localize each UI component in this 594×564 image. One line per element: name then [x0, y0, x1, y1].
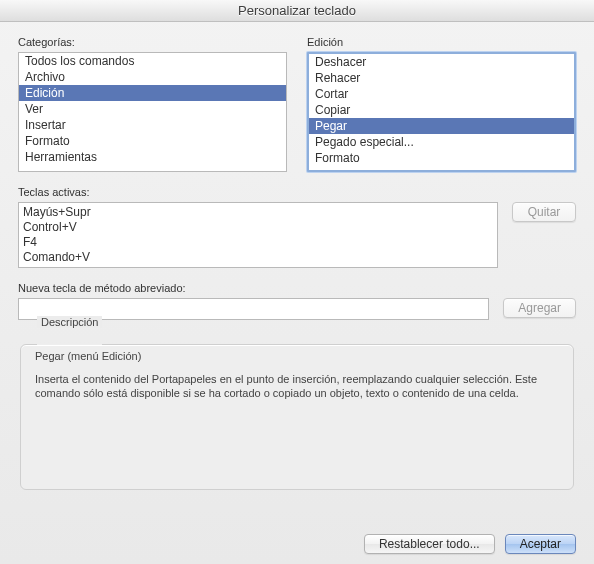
new-shortcut-label: Nueva tecla de método abreviado:	[18, 282, 576, 294]
commands-label: Edición	[307, 36, 576, 48]
command-item[interactable]: Cortar	[309, 86, 574, 102]
category-item[interactable]: Edición	[19, 85, 286, 101]
category-item[interactable]: Ver	[19, 101, 286, 117]
commands-listbox[interactable]: DeshacerRehacerCortarCopiarPegarPegado e…	[307, 52, 576, 172]
categories-listbox[interactable]: Todos los comandosArchivoEdiciónVerInser…	[18, 52, 287, 172]
command-item[interactable]: Deshacer	[309, 54, 574, 70]
add-button[interactable]: Agregar	[503, 298, 576, 318]
category-item[interactable]: Insertar	[19, 117, 286, 133]
customize-keyboard-window: Personalizar teclado Categorías: Todos l…	[0, 0, 594, 564]
description-legend: Descripción	[37, 316, 102, 328]
description-group: Descripción Pegar (menú Edición) Inserta…	[20, 338, 574, 490]
category-item[interactable]: Todos los comandos	[19, 53, 286, 69]
description-text: Inserta el contenido del Portapapeles en…	[35, 372, 559, 400]
active-key-item[interactable]: F4	[23, 235, 493, 250]
remove-button[interactable]: Quitar	[512, 202, 576, 222]
category-item[interactable]: Formato	[19, 133, 286, 149]
command-item[interactable]: Copiar	[309, 102, 574, 118]
command-item[interactable]: Pegar	[309, 118, 574, 134]
accept-button[interactable]: Aceptar	[505, 534, 576, 554]
category-item[interactable]: Archivo	[19, 69, 286, 85]
active-keys-label: Teclas activas:	[18, 186, 576, 198]
window-title: Personalizar teclado	[0, 0, 594, 22]
active-key-item[interactable]: Control+V	[23, 220, 493, 235]
active-key-item[interactable]: Comando+V	[23, 250, 493, 265]
reset-all-button[interactable]: Restablecer todo...	[364, 534, 495, 554]
active-key-item[interactable]: Mayús+Supr	[23, 205, 493, 220]
command-item[interactable]: Formato	[309, 150, 574, 166]
command-item[interactable]: Rehacer	[309, 70, 574, 86]
command-item[interactable]: Pegado especial...	[309, 134, 574, 150]
category-item[interactable]: Herramientas	[19, 149, 286, 165]
categories-label: Categorías:	[18, 36, 287, 48]
description-title: Pegar (menú Edición)	[35, 350, 559, 362]
active-keys-listbox[interactable]: Mayús+SuprControl+VF4Comando+V	[18, 202, 498, 268]
